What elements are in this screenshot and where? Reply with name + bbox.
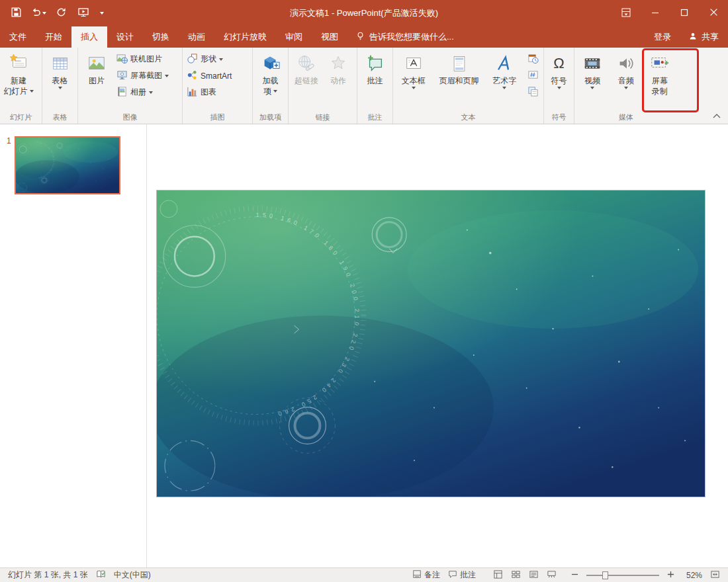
hyperlink-icon (296, 51, 316, 76)
group-label-text: 文本 (393, 112, 543, 122)
zoom-slider-thumb[interactable] (602, 571, 608, 579)
slide-indicator[interactable]: 幻灯片 第 1 张, 共 1 张 (4, 568, 92, 582)
close-button[interactable] (699, 0, 728, 26)
tab-transitions[interactable]: 切换 (143, 26, 179, 48)
wordart-button[interactable]: 艺术字 (485, 49, 523, 112)
save-button[interactable] (5, 3, 26, 23)
button-label: SmartArt (201, 71, 232, 81)
ribbon-group-tables: 表格 表格 (42, 48, 78, 124)
customize-qat-button[interactable] (95, 3, 109, 23)
chevron-up-icon (712, 111, 721, 121)
screenshot-button[interactable]: 屏幕截图 (114, 67, 171, 84)
object-button[interactable] (523, 84, 542, 101)
start-slideshow-button[interactable] (73, 3, 94, 23)
header-footer-button[interactable]: 页眉和页脚 (433, 49, 486, 112)
comment-button[interactable]: 批注 (359, 49, 391, 112)
images-small-buttons: 联机图片 屏幕截图 相册 (114, 49, 171, 101)
button-label: 幻灯片 (4, 87, 28, 97)
button-label: 加载 (263, 76, 279, 87)
notes-icon (412, 569, 422, 581)
zoom-out-button[interactable] (567, 571, 582, 580)
close-icon (709, 8, 718, 19)
minimize-button[interactable] (641, 0, 670, 26)
group-label-illustrations: 插图 (183, 112, 252, 122)
date-time-button[interactable] (523, 51, 542, 67)
save-icon (11, 7, 22, 20)
textbox-button[interactable]: 文本框 (394, 49, 433, 112)
slideshow-icon (77, 7, 89, 21)
photo-album-button[interactable]: 相册 (114, 84, 171, 101)
group-label-slides: 幻灯片 (0, 112, 42, 122)
language-indicator[interactable]: 中文(中国) (110, 568, 155, 582)
table-button[interactable]: 表格 (44, 49, 76, 112)
tab-review[interactable]: 审阅 (276, 26, 312, 48)
slide-number-button[interactable] (523, 67, 542, 84)
tab-slideshow[interactable]: 幻灯片放映 (214, 26, 276, 48)
thumbnail-row: 1 (7, 136, 146, 194)
fit-window-icon (710, 569, 720, 581)
tab-view[interactable]: 视图 (312, 26, 347, 48)
screen-recording-button[interactable]: 屏幕 录制 (643, 49, 676, 112)
audio-button[interactable]: 音频 (610, 49, 643, 112)
dropdown-arrow (219, 58, 223, 61)
reading-view-icon (529, 569, 539, 581)
fit-slide-to-window-button[interactable] (706, 568, 724, 582)
share-button[interactable]: 共享 (679, 26, 728, 48)
slide-canvas[interactable] (156, 190, 705, 497)
chart-button[interactable]: 图表 (184, 84, 234, 101)
ribbon-display-options-button[interactable] (612, 0, 641, 26)
shapes-button[interactable]: 形状 (184, 51, 234, 67)
undo-icon (30, 7, 42, 20)
button-label: 图片 (89, 76, 105, 87)
notes-button[interactable]: 备注 (408, 568, 444, 582)
addins-button[interactable]: 加载 项 (254, 49, 287, 112)
slide-sorter-icon (511, 569, 521, 581)
new-slide-button[interactable]: 新建 幻灯片 (1, 49, 36, 112)
tab-insert[interactable]: 插入 (71, 26, 107, 48)
reading-view-button[interactable] (525, 569, 543, 581)
ribbon-group-media: 视频 音频 屏幕 录制 媒体 (574, 48, 678, 124)
video-icon (582, 51, 602, 76)
tab-file[interactable]: 文件 (0, 26, 36, 48)
tell-me-box[interactable]: 告诉我您想要做什么... (347, 26, 462, 48)
redo-button[interactable] (50, 3, 71, 23)
maximize-button[interactable] (670, 0, 699, 26)
slideshow-view-button[interactable] (543, 569, 561, 581)
tab-animations[interactable]: 动画 (179, 26, 214, 48)
symbol-button[interactable]: Ω 符号 (545, 49, 572, 112)
smartart-button[interactable]: SmartArt (184, 67, 234, 84)
ribbon-group-comments: 批注 批注 (357, 48, 393, 124)
zoom-in-button[interactable] (663, 571, 678, 580)
comment-icon (365, 51, 385, 76)
slide-thumbnail[interactable] (15, 136, 120, 194)
collapse-ribbon-button[interactable] (712, 111, 721, 121)
minus-icon (571, 571, 578, 580)
video-button[interactable]: 视频 (576, 49, 610, 112)
sign-in-button[interactable]: 登录 (646, 26, 679, 48)
zoom-level[interactable]: 52% (682, 568, 706, 582)
spell-check-button[interactable] (92, 568, 110, 582)
tab-design[interactable]: 设计 (107, 26, 143, 48)
screenshot-icon (116, 69, 128, 83)
button-label: 图表 (201, 87, 216, 98)
zoom-slider[interactable] (586, 570, 659, 581)
ribbon-group-addins: 加载 项 加载项 (253, 48, 289, 124)
slide-thumbnail-art (16, 138, 119, 193)
online-pictures-button[interactable]: 联机图片 (114, 51, 171, 67)
button-label: 屏幕 (652, 76, 668, 87)
tell-me-label: 告诉我您想要做什么... (369, 31, 454, 43)
omega-icon: Ω (553, 51, 564, 76)
pictures-button[interactable]: 图片 (79, 49, 114, 112)
normal-view-button[interactable] (489, 569, 507, 581)
new-slide-icon (9, 51, 28, 76)
comments-button[interactable]: 批注 (444, 568, 480, 582)
slide-editor[interactable] (147, 124, 728, 567)
comments-label: 批注 (460, 569, 476, 581)
slide-background-art (157, 190, 705, 497)
tab-home[interactable]: 开始 (36, 26, 71, 48)
undo-button[interactable] (28, 3, 49, 23)
hyperlink-button: 超链接 (290, 49, 323, 112)
button-label: 形状 (201, 54, 216, 65)
status-bar: 幻灯片 第 1 张, 共 1 张 中文(中国) 备注 批注 (0, 567, 728, 582)
slide-sorter-view-button[interactable] (507, 569, 525, 581)
